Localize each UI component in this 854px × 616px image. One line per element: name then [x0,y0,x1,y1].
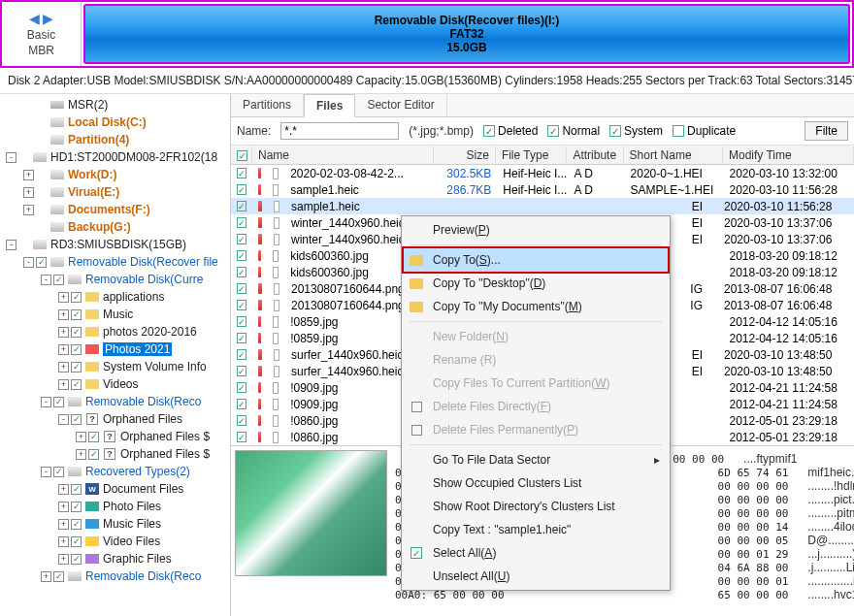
expand-toggle[interactable]: + [58,502,69,512]
row-checkbox[interactable]: ✓ [237,333,246,343]
context-menu[interactable]: Preview(P)Copy To(S)...Copy To "Desktop"… [401,215,671,591]
name-filter-input[interactable] [280,122,399,140]
row-checkbox[interactable]: ✓ [237,382,246,393]
nav-arrows[interactable]: ◀ ▶ [29,11,54,26]
tree-checkbox[interactable]: ✓ [71,536,82,547]
tree-checkbox[interactable]: ✓ [71,554,82,565]
tree-item[interactable]: +Virual(E:) [0,183,230,201]
file-row[interactable]: ✓sample1.heicEI2020-03-10 11:56:28 [231,198,854,214]
duplicate-checkbox[interactable]: Duplicate [673,124,736,138]
expand-toggle[interactable]: + [41,571,51,582]
tree-item[interactable]: Backup(G:) [0,218,230,236]
expand-toggle[interactable]: + [58,292,69,303]
tab-sector-editor[interactable]: Sector Editor [355,94,446,116]
tree-item[interactable]: -RD3:SMIUSBDISK(15GB) [0,236,230,253]
tree-item[interactable]: -✓Removable Disk(Recover file [0,253,230,271]
row-checkbox[interactable]: ✓ [237,168,246,178]
tree-item[interactable]: +✓Graphic Files [0,550,230,567]
expand-toggle[interactable]: - [41,397,51,407]
system-checkbox[interactable]: ✓System [609,124,663,138]
tree-item[interactable]: -HD1:ST2000DM008-2FR102(18 [0,148,230,166]
expand-toggle[interactable]: + [23,205,34,215]
tree-checkbox[interactable]: ✓ [71,344,82,355]
row-checkbox[interactable]: ✓ [237,316,246,327]
row-checkbox[interactable]: ✓ [237,415,246,426]
col-short-name[interactable]: Short Name [624,146,723,164]
row-checkbox[interactable]: ✓ [237,300,246,310]
tree-item[interactable]: +✓Removable Disk(Reco [0,567,230,585]
tree-item[interactable]: Partition(4) [0,131,230,148]
ctx-copy-text-sample-heic-[interactable]: Copy Text : "sample1.heic" [404,518,668,541]
tree-item[interactable]: -✓Recovered Types(2) [0,463,230,480]
tree-checkbox[interactable]: ✓ [53,275,64,285]
normal-checkbox[interactable]: ✓Normal [547,124,600,138]
tree-item[interactable]: MSR(2) [0,96,230,113]
ctx-copy-to-my-documents-[interactable]: Copy To "My Documents"(M) [404,295,668,318]
disk-banner[interactable]: Removable Disk(Recover files)(I:) FAT32 … [83,4,850,64]
expand-toggle[interactable]: + [58,327,69,338]
row-checkbox[interactable]: ✓ [237,267,246,277]
row-checkbox[interactable]: ✓ [237,250,246,261]
tree-checkbox[interactable]: ✓ [53,571,64,582]
tree-item[interactable]: +Documents(F:) [0,201,230,218]
expand-toggle[interactable]: - [58,414,69,425]
tree-checkbox[interactable]: ✓ [71,292,82,303]
tree-item[interactable]: +✓?Orphaned Files $ [0,445,230,463]
col-modify-time[interactable]: Modify Time [723,146,854,164]
tree-item[interactable]: +✓System Volume Info [0,358,230,375]
tree-item[interactable]: +Work(D:) [0,166,230,183]
tree-checkbox[interactable]: ✓ [71,309,82,320]
tree-item[interactable]: +✓applications [0,288,230,306]
tree-checkbox[interactable]: ✓ [53,467,64,477]
tab-partitions[interactable]: Partitions [231,94,304,116]
tree-item[interactable]: +✓photos 2020-2016 [0,323,230,340]
tree-item[interactable]: +✓Music Files [0,515,230,533]
col-check[interactable]: ✓ [231,146,252,164]
expand-toggle[interactable]: + [23,187,34,198]
expand-toggle[interactable]: + [76,449,86,460]
expand-toggle[interactable]: + [58,536,69,547]
file-row[interactable]: ✓sample1.heic286.7KBHeif-Heic I...A DSAM… [231,181,854,198]
expand-toggle[interactable]: + [58,379,69,390]
tree-item[interactable]: Local Disk(C:) [0,113,230,131]
expand-toggle[interactable]: - [6,240,16,250]
tree-item[interactable]: +✓Photos 2021 [0,340,230,358]
tree-checkbox[interactable]: ✓ [71,327,82,338]
expand-toggle[interactable]: - [23,257,34,268]
tree-checkbox[interactable]: ✓ [88,432,99,442]
col-type[interactable]: File Type [496,146,568,164]
ctx-show-root-directory-s-clusters-list[interactable]: Show Root Directory's Clusters List [404,495,668,518]
tree-item[interactable]: -✓Removable Disk(Reco [0,393,230,410]
expand-toggle[interactable]: + [23,170,34,180]
ctx-go-to-file-data-sector[interactable]: Go To File Data Sector▸ [404,448,668,471]
file-row[interactable]: ✓2020-02-03-08-42-2...302.5KBHeif-Heic I… [231,165,854,181]
ctx-copy-to-desktop-[interactable]: Copy To "Desktop"(D) [404,272,668,295]
row-checkbox[interactable]: ✓ [237,217,246,228]
tree-item[interactable]: +✓?Orphaned Files $ [0,428,230,445]
tree-checkbox[interactable]: ✓ [71,519,82,530]
row-checkbox[interactable]: ✓ [237,432,246,442]
row-checkbox[interactable]: ✓ [237,349,246,360]
tree-item[interactable]: +✓WDocument Files [0,480,230,498]
expand-toggle[interactable]: - [6,152,16,163]
tree-item[interactable]: -✓Removable Disk(Curre [0,271,230,288]
tree-item[interactable]: +✓Music [0,306,230,323]
expand-toggle[interactable]: + [58,362,69,373]
row-checkbox[interactable]: ✓ [237,366,246,376]
ctx-preview[interactable]: Preview(P) [404,218,668,242]
expand-toggle[interactable]: + [58,309,69,320]
filter-button[interactable]: Filte [805,121,848,141]
expand-toggle[interactable]: + [58,344,69,355]
tree-checkbox[interactable]: ✓ [36,257,47,268]
partition-tree[interactable]: MSR(2)Local Disk(C:)Partition(4)-HD1:ST2… [0,94,231,616]
tree-checkbox[interactable]: ✓ [71,379,82,390]
ctx-copy-to[interactable]: Copy To(S)... [402,246,670,274]
expand-toggle[interactable]: + [58,484,69,495]
tree-item[interactable]: +✓Videos [0,375,230,393]
ctx-select-all[interactable]: ✓Select All(A) [404,541,668,565]
row-checkbox[interactable]: ✓ [237,399,246,409]
col-attribute[interactable]: Attribute [567,146,623,164]
expand-toggle[interactable]: + [58,519,69,530]
deleted-checkbox[interactable]: ✓Deleted [483,124,538,138]
tree-checkbox[interactable]: ✓ [71,502,82,512]
